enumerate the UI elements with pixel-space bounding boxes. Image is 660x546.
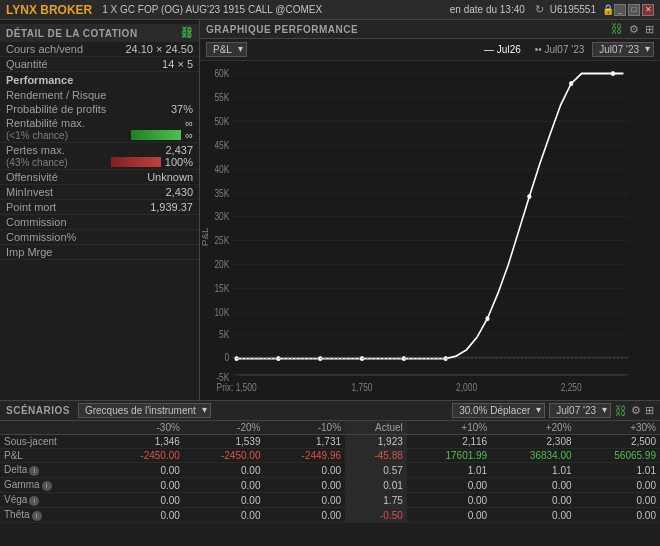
row-label: P&L xyxy=(0,449,103,463)
row-label: Gammai xyxy=(0,478,103,493)
svg-text:Prix: 1,500: Prix: 1,500 xyxy=(217,383,257,394)
scenarios-table: -30% -20% -10% Actuel +10% +20% +30% Sou… xyxy=(0,421,660,523)
datetime-label: en date du 13:40 xyxy=(450,4,525,15)
date-dropdown[interactable]: Jul07 '23 xyxy=(592,42,654,57)
svg-point-35 xyxy=(485,316,489,321)
svg-point-38 xyxy=(611,71,615,76)
svg-text:45K: 45K xyxy=(214,140,230,151)
commission-row: Commission xyxy=(0,215,199,230)
svg-text:30K: 30K xyxy=(214,212,230,223)
pertes-sub-label: (43% chance) xyxy=(6,157,68,168)
grecques-dropdown[interactable]: Grecques de l'instrument xyxy=(78,403,211,418)
maximize-button[interactable]: □ xyxy=(628,4,640,16)
cell-value: -2450.00 xyxy=(103,449,184,463)
cell-value: 1.01 xyxy=(576,463,660,478)
cell-value: 36834.00 xyxy=(491,449,575,463)
chart-chain-icon[interactable]: ⛓ xyxy=(611,22,623,36)
svg-text:50K: 50K xyxy=(214,116,230,127)
info-icon[interactable]: i xyxy=(29,496,39,506)
cell-value: 0.00 xyxy=(491,493,575,508)
commission-pct-row: Commission% xyxy=(0,230,199,245)
cell-value: 1,923 xyxy=(345,435,407,449)
svg-text:5K: 5K xyxy=(219,330,230,341)
col-minus10: -10% xyxy=(264,421,345,435)
offensivite-row: Offensivité Unknown xyxy=(0,170,199,185)
cell-value: 1,539 xyxy=(184,435,265,449)
row-label: Thêtai xyxy=(0,508,103,523)
row-label: Deltai xyxy=(0,463,103,478)
chain-icon[interactable]: ⛓ xyxy=(181,26,194,40)
col-plus20: +20% xyxy=(491,421,575,435)
deplacer-dropdown[interactable]: 30.0% Déplacer xyxy=(452,403,545,418)
svg-text:P&L: P&L xyxy=(201,227,210,246)
app-logo: LYNX BROKER xyxy=(6,3,92,17)
cell-value: 1.75 xyxy=(345,493,407,508)
scenarios-chain-icon[interactable]: ⛓ xyxy=(615,404,627,418)
scenarios-expand-icon[interactable]: ⊞ xyxy=(645,404,654,417)
detail-panel-header: DÉTAIL DE LA COTATION ⛓ xyxy=(0,24,199,42)
col-plus10: +10% xyxy=(407,421,491,435)
table-row: Thêtai0.000.000.00-0.500.000.000.00 xyxy=(0,508,660,523)
cell-value: 1.01 xyxy=(491,463,575,478)
table-row: Gammai0.000.000.000.010.000.000.00 xyxy=(0,478,660,493)
scenarios-settings-icon[interactable]: ⚙ xyxy=(631,404,641,417)
cell-value: 0.00 xyxy=(184,493,265,508)
cell-value: 2,308 xyxy=(491,435,575,449)
info-icon[interactable]: i xyxy=(29,466,39,476)
svg-text:20K: 20K xyxy=(214,259,230,270)
cell-value: 0.00 xyxy=(491,508,575,523)
pl-dropdown[interactable]: P&L xyxy=(206,42,247,57)
pertes-value: 2,437 xyxy=(165,144,193,156)
imp-mrge-row: Imp Mrge xyxy=(0,245,199,260)
table-row: Végai0.000.000.001.750.000.000.00 xyxy=(0,493,660,508)
chart-settings-icon[interactable]: ⚙ xyxy=(629,23,639,36)
svg-text:55K: 55K xyxy=(214,92,230,103)
chart-area: 60K 55K 50K 45K 40K 35K 30K 25K 20K 15K … xyxy=(200,61,660,400)
cell-value: 0.00 xyxy=(264,463,345,478)
svg-text:25K: 25K xyxy=(214,236,230,247)
cell-value: 1,346 xyxy=(103,435,184,449)
close-button[interactable]: ✕ xyxy=(642,4,654,16)
minimize-button[interactable]: _ xyxy=(614,4,626,16)
account-id: U6195551 xyxy=(550,4,596,15)
title-bar: LYNX BROKER 1 X GC FOP (OG) AUG'23 1915 … xyxy=(0,0,660,20)
table-row: Deltai0.000.000.000.571.011.011.01 xyxy=(0,463,660,478)
refresh-icon[interactable]: ↻ xyxy=(535,3,544,16)
jul07-legend: •• Jul07 '23 xyxy=(535,44,585,55)
cell-value: 0.00 xyxy=(264,508,345,523)
cell-value: 2,500 xyxy=(576,435,660,449)
rentab-value: ∞ xyxy=(185,117,193,129)
svg-point-37 xyxy=(569,81,573,86)
cell-value: 17601.99 xyxy=(407,449,491,463)
cell-value: 0.00 xyxy=(184,508,265,523)
svg-text:40K: 40K xyxy=(214,164,230,175)
svg-point-36 xyxy=(527,194,531,199)
cell-value: -2450.00 xyxy=(184,449,265,463)
cell-value: 0.00 xyxy=(103,463,184,478)
cell-value: 0.00 xyxy=(264,478,345,493)
info-icon[interactable]: i xyxy=(42,481,52,491)
cell-value: 0.00 xyxy=(491,478,575,493)
cell-value: 0.00 xyxy=(576,508,660,523)
cell-value: 56065.99 xyxy=(576,449,660,463)
cell-value: -45.88 xyxy=(345,449,407,463)
info-icon[interactable]: i xyxy=(32,511,42,521)
cell-value: 0.00 xyxy=(264,493,345,508)
performance-label: Performance xyxy=(0,72,199,88)
rentab-sub-label: (<1% chance) xyxy=(6,130,68,141)
chart-expand-icon[interactable]: ⊞ xyxy=(645,23,654,36)
scenarios-header-row: -30% -20% -10% Actuel +10% +20% +30% xyxy=(0,421,660,435)
col-minus30: -30% xyxy=(103,421,184,435)
rentab-label: Rentabilité max. xyxy=(6,117,85,129)
svg-text:1,750: 1,750 xyxy=(352,383,373,394)
col-actuel: Actuel xyxy=(345,421,407,435)
instrument-label: 1 X GC FOP (OG) AUG'23 1915 CALL @COMEX xyxy=(102,4,450,15)
main-layout: DÉTAIL DE LA COTATION ⛓ Cours ach/vend 2… xyxy=(0,20,660,400)
window-controls: _ □ ✕ xyxy=(614,4,654,16)
rendement-row: Rendement / Risque xyxy=(0,88,199,102)
scenarios-controls: 30.0% Déplacer Jul07 '23 ⛓ ⚙ ⊞ xyxy=(452,403,654,418)
cell-value: 0.00 xyxy=(103,493,184,508)
cell-value: 1,731 xyxy=(264,435,345,449)
date2-dropdown[interactable]: Jul07 '23 xyxy=(549,403,611,418)
cell-value: -2449.96 xyxy=(264,449,345,463)
